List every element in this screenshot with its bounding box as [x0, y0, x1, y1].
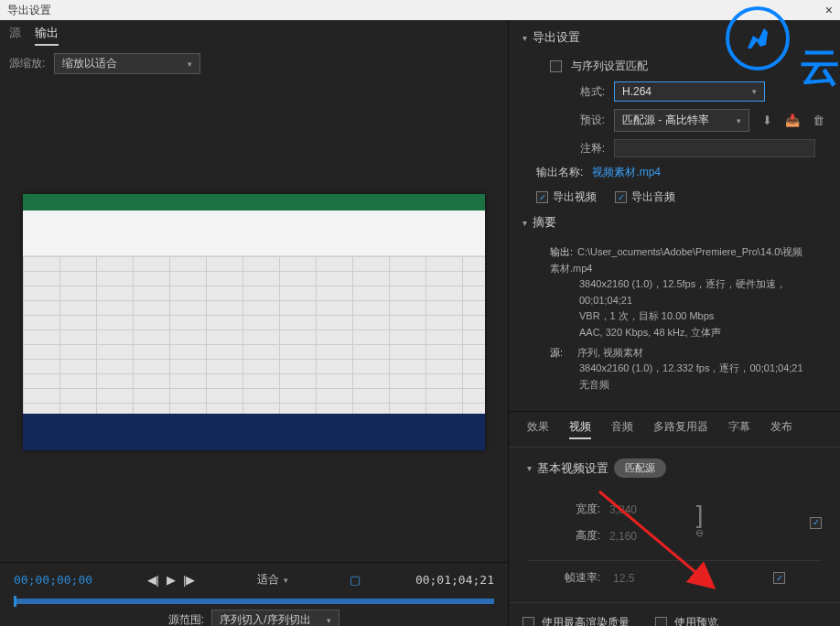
summary-out-line2: 3840x2160 (1.0)，12.5fps，逐行，硬件加速，00;01;04…: [550, 276, 813, 308]
summary-src-line3: 无音频: [550, 377, 813, 394]
max-quality-label: 使用最高渲染质量: [542, 615, 630, 626]
output-name-label: 输出名称:: [536, 165, 583, 180]
chevron-down-icon: ▾: [188, 59, 192, 69]
fit-dropdown[interactable]: 适合 ▾: [250, 570, 296, 589]
chevron-down-icon: ▾: [327, 616, 331, 625]
match-source-button[interactable]: 匹配源: [614, 459, 666, 478]
timecode-in[interactable]: 00;00;00;00: [14, 573, 92, 587]
width-value[interactable]: 3,840: [609, 503, 637, 516]
match-sequence-checkbox[interactable]: [550, 60, 562, 72]
fit-label: 适合: [257, 572, 279, 588]
window-title: 导出设置: [7, 3, 51, 18]
collapse-arrow-icon: ▾: [527, 463, 532, 473]
watermark-logo: 云: [726, 6, 840, 94]
summary-source-label: 源:: [550, 345, 577, 362]
export-audio-label: 导出音频: [631, 189, 675, 205]
summary-out-line3: VBR，1 次，目标 10.00 Mbps: [550, 308, 813, 325]
save-preset-icon[interactable]: ⬇: [759, 113, 775, 129]
settings-tabs: 效果 视频 音频 多路复用器 字幕 发布: [509, 411, 840, 448]
right-panel: 云 ▾ 导出设置 与序列设置匹配 格式: H.264 ▾ 预设: 匹: [509, 20, 840, 626]
summary-output-path: C:\User_ocuments\Adobe\Premiere_Pro\14.0…: [550, 246, 802, 274]
tab-video[interactable]: 视频: [569, 419, 591, 439]
tab-audio[interactable]: 音频: [611, 419, 633, 439]
scale-dropdown[interactable]: 缩放以适合 ▾: [54, 53, 200, 74]
bottom-options: 使用最高渲染质量 使用预览 导入项目中 设置开始时间码 00;00;00;00 …: [509, 602, 840, 626]
tab-source[interactable]: 源: [9, 25, 21, 46]
basic-video-header[interactable]: ▾ 基本视频设置 匹配源: [527, 459, 822, 478]
basic-video-label: 基本视频设置: [537, 460, 608, 477]
export-video-label: 导出视频: [553, 189, 597, 205]
tab-publish[interactable]: 发布: [770, 419, 792, 439]
output-name-link[interactable]: 视频素材.mp4: [592, 165, 661, 180]
height-value[interactable]: 2,160: [609, 530, 637, 543]
video-settings-body: ▾ 基本视频设置 匹配源 宽度: 3,840 高度: 2,160 ]: [509, 448, 840, 602]
comment-label: 注释:: [550, 141, 605, 156]
tab-mux[interactable]: 多路复用器: [653, 419, 708, 439]
use-preview-checkbox[interactable]: [655, 617, 667, 626]
summary-section: ▾ 摘要 输出:C:\User_ocuments\Adobe\Premiere_…: [509, 214, 840, 411]
collapse-arrow-icon: ▾: [522, 33, 527, 43]
summary-header-label: 摘要: [533, 214, 556, 231]
summary-output-label: 输出:: [550, 244, 577, 261]
chevron-down-icon: ▾: [284, 576, 288, 585]
link-icon[interactable]: ⊖: [695, 527, 704, 539]
scale-label: 源缩放:: [9, 56, 45, 71]
import-preset-icon[interactable]: 📥: [784, 113, 801, 129]
preview-image: [23, 194, 485, 450]
comment-input[interactable]: [614, 139, 815, 157]
use-preview-label: 使用预览: [674, 615, 718, 626]
timecode-out: 00;01;04;21: [415, 573, 494, 587]
dims-lock-checkbox[interactable]: [810, 517, 822, 529]
tab-effects[interactable]: 效果: [527, 419, 549, 439]
preset-dropdown[interactable]: 匹配源 - 高比特率 ▾: [614, 109, 749, 132]
preset-label: 预设:: [550, 113, 605, 128]
framerate-checkbox[interactable]: [773, 572, 785, 584]
tab-caption[interactable]: 字幕: [728, 419, 750, 439]
step-back-icon[interactable]: ◀|: [147, 573, 159, 587]
framerate-label: 帧速率:: [564, 570, 600, 586]
format-label: 格式:: [550, 84, 605, 100]
crop-icon[interactable]: ▢: [350, 573, 361, 587]
source-range-label: 源范围:: [168, 612, 204, 626]
step-fwd-icon[interactable]: |▶: [183, 573, 195, 587]
export-header-label: 导出设置: [533, 29, 580, 46]
summary-header[interactable]: ▾ 摘要: [522, 214, 826, 231]
width-label: 宽度:: [564, 502, 600, 517]
summary-src-line1: 序列, 视频素材: [577, 347, 643, 358]
scale-value: 缩放以适合: [62, 56, 117, 71]
left-panel: 源 输出 源缩放: 缩放以适合 ▾ 00;00;00;00 ◀| ▶: [0, 20, 509, 626]
framerate-value[interactable]: 12.5: [613, 572, 634, 585]
match-sequence-label: 与序列设置匹配: [571, 59, 648, 74]
timeline-area: 00;00;00;00 ◀| ▶ |▶ 适合 ▾ ▢ 00;01;04;21 源…: [0, 562, 508, 626]
max-quality-checkbox[interactable]: [522, 617, 534, 626]
source-range-dropdown[interactable]: 序列切入/序列切出 ▾: [211, 610, 339, 626]
tab-output[interactable]: 输出: [35, 25, 59, 46]
preview-area: [0, 81, 508, 562]
height-label: 高度:: [564, 528, 600, 544]
export-video-checkbox[interactable]: [536, 191, 548, 203]
preset-value: 匹配源 - 高比特率: [622, 113, 709, 128]
source-range-value: 序列切入/序列切出: [220, 612, 310, 626]
timeline-track[interactable]: [14, 599, 494, 604]
play-icon[interactable]: ▶: [167, 573, 176, 587]
chevron-down-icon: ▾: [737, 116, 741, 125]
summary-out-line4: AAC, 320 Kbps, 48 kHz, 立体声: [550, 325, 813, 341]
summary-src-line2: 3840x2160 (1.0)，12.332 fps，逐行，00;01;04;2…: [550, 361, 813, 377]
collapse-arrow-icon: ▾: [522, 218, 527, 228]
export-audio-checkbox[interactable]: [615, 191, 627, 203]
delete-preset-icon[interactable]: 🗑: [810, 113, 826, 129]
logo-text: 云: [800, 44, 840, 89]
format-value: H.264: [622, 85, 652, 98]
